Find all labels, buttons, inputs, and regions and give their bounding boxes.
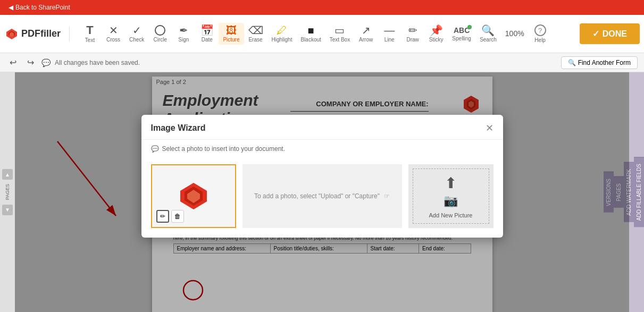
date-label: Date [202, 37, 213, 43]
image-wizard-modal: Image Wizard ✕ 💬 Select a photo to inser… [141, 115, 503, 238]
check-icon: ✓ [132, 25, 141, 36]
tool-cross[interactable]: ✕ Cross [102, 23, 125, 45]
arrow-label: Arrow [359, 37, 373, 43]
modal-body: ✏ 🗑 To add a photo, select "Upload" or "… [141, 158, 503, 238]
tool-arrow[interactable]: ↗ Arrow [354, 23, 378, 45]
draw-label: Draw [406, 37, 419, 43]
back-to-sharepoint-label: Back to SharePoint [15, 4, 70, 11]
text-icon: T [86, 24, 93, 36]
circle-icon [155, 25, 165, 36]
arrow-icon: ↗ [362, 25, 371, 36]
picture-label: Picture [223, 37, 239, 43]
sign-icon: ✒ [179, 25, 188, 36]
tool-picture[interactable]: 🖼 Picture [219, 23, 244, 45]
modal-subtitle-text: Select a photo to insert into your docum… [162, 145, 285, 153]
draw-icon: ✏ [408, 25, 417, 36]
done-checkmark-icon: ✓ [592, 29, 599, 39]
done-label: DONE [603, 29, 627, 39]
tool-search[interactable]: 🔍 Search [475, 23, 501, 45]
erase-icon: ⌫ [248, 25, 263, 36]
modal-subtitle: 💬 Select a photo to insert into your doc… [141, 140, 503, 158]
logo-text: PDFfiller [21, 28, 61, 39]
sign-label: Sign [178, 37, 189, 43]
search-icon: 🔍 [481, 25, 495, 36]
page-up-button[interactable]: ▲ [2, 169, 13, 180]
tool-line[interactable]: — Line [378, 23, 401, 45]
autosave-status: All changes have been saved. [55, 59, 140, 66]
picture-icon: 🖼 [226, 25, 237, 36]
tool-draw[interactable]: ✏ Draw [401, 23, 424, 45]
highlight-label: Highlight [272, 37, 292, 43]
cross-label: Cross [106, 37, 120, 43]
line-label: Line [384, 37, 395, 43]
left-navigation: ▲ PAGES ▼ [0, 72, 15, 312]
tool-erase[interactable]: ⌫ Erase [244, 23, 267, 45]
tool-textbox[interactable]: ▭ Text Box [325, 23, 354, 45]
highlight-icon: 🖊 [277, 25, 287, 36]
tool-spelling[interactable]: ABC Spelling [448, 24, 475, 44]
search-label: Search [480, 37, 497, 43]
undo-button[interactable]: ↩ [6, 56, 20, 69]
search-small-icon: 🔍 [568, 59, 576, 66]
tool-check[interactable]: ✓ Check [125, 23, 148, 45]
blackout-icon: ■ [308, 25, 314, 36]
zoom-icon: 100% [505, 30, 524, 37]
tool-sticky[interactable]: 📌 Sticky [424, 23, 448, 45]
done-button[interactable]: ✓ DONE [580, 23, 640, 44]
modal-title: Image Wizard [151, 123, 206, 133]
image-preview-box: ✏ 🗑 [151, 164, 236, 228]
back-arrow-icon: ◀ [9, 4, 13, 11]
tool-highlight[interactable]: 🖊 Highlight [267, 23, 297, 45]
right-sidebar: ADD FILLABLE FIELDS ADD WATERMARK PAGES … [629, 72, 644, 312]
spelling-label: Spelling [452, 36, 471, 41]
secondary-toolbar: ↩ ↪ 💬 All changes have been saved. 🔍 Fin… [0, 53, 644, 72]
tool-sign[interactable]: ✒ Sign [172, 23, 195, 45]
tool-help[interactable]: ? Help [529, 22, 552, 45]
line-icon: — [384, 25, 395, 36]
tool-blackout[interactable]: ■ Blackout [296, 23, 325, 45]
tool-date[interactable]: 📅 Date [195, 23, 219, 45]
upload-instruction-text: To add a photo, select "Upload" or "Capt… [254, 192, 380, 200]
help-label: Help [534, 37, 546, 43]
circle-label: Circle [154, 37, 168, 43]
check-label: Check [129, 37, 144, 43]
add-new-picture-label: Add New Picture [429, 212, 473, 218]
pdffiller-logo-icon [4, 27, 19, 41]
main-area: ▲ PAGES ▼ Page 1 of 2 Employment [0, 72, 644, 312]
spelling-active-dot [467, 25, 472, 29]
page-down-button[interactable]: ▼ [2, 205, 13, 215]
camera-icon: 📷 [444, 194, 458, 208]
back-to-sharepoint-bar[interactable]: ◀ Back to SharePoint [0, 0, 644, 15]
sticky-icon: 📌 [430, 25, 443, 36]
delete-image-button[interactable]: 🗑 [171, 210, 184, 223]
find-another-form-label: Find Another Form [578, 59, 631, 66]
erase-label: Erase [248, 37, 262, 43]
chat-icon: 💬 [41, 58, 51, 67]
sidebar-tab-fillable-fields[interactable]: ADD FILLABLE FIELDS [634, 157, 644, 227]
sticky-label: Sticky [429, 37, 444, 43]
document-area: Page 1 of 2 Employment Application COMPA… [15, 72, 629, 312]
preview-logo-icon [172, 180, 215, 212]
tool-circle[interactable]: Circle [148, 23, 172, 45]
pages-label: PAGES [5, 184, 10, 200]
tool-zoom[interactable]: 100% [501, 28, 529, 40]
edit-image-button[interactable]: ✏ [156, 210, 169, 223]
modal-close-button[interactable]: ✕ [486, 122, 494, 134]
text-label: Text [85, 37, 95, 43]
upload-icon: ⬆ [445, 174, 457, 192]
blackout-label: Blackout [300, 37, 321, 43]
date-icon: 📅 [200, 25, 214, 36]
chat-bubble-icon: 💬 [151, 145, 159, 153]
logo-area: PDFfiller [4, 27, 70, 41]
find-another-form-button[interactable]: 🔍 Find Another Form [561, 56, 638, 69]
upload-area[interactable]: To add a photo, select "Upload" or "Capt… [242, 164, 402, 228]
textbox-icon: ▭ [334, 25, 345, 36]
cross-icon: ✕ [109, 25, 118, 36]
modal-overlay: Image Wizard ✕ 💬 Select a photo to inser… [15, 72, 629, 312]
modal-header: Image Wizard ✕ [141, 115, 503, 140]
redo-button[interactable]: ↪ [24, 56, 37, 69]
cursor-icon: ☞ [384, 192, 390, 200]
tool-text[interactable]: T Text [78, 22, 102, 45]
textbox-label: Text Box [330, 37, 350, 43]
capture-box[interactable]: ⬆ 📷 Add New Picture [408, 164, 494, 228]
